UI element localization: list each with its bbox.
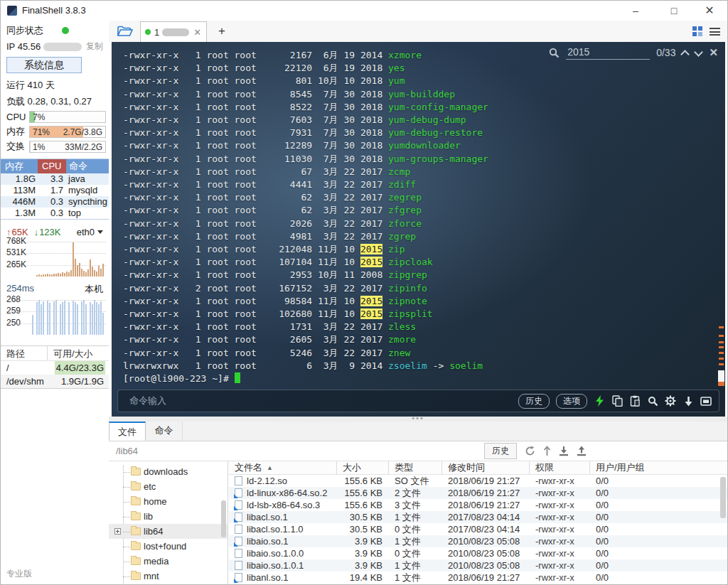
tree-item-downloads[interactable]: downloads xyxy=(109,464,228,479)
new-tab-button[interactable]: + xyxy=(214,23,230,40)
refresh-button[interactable] xyxy=(525,446,535,456)
axis-tick-label: 768K xyxy=(6,236,26,246)
bar xyxy=(38,274,40,277)
tree-item-etc[interactable]: etc xyxy=(109,479,228,494)
file-row[interactable]: libanl.so.119.4 KB1 文件2018/06/19 21:27-r… xyxy=(229,571,727,584)
tab-commands[interactable]: 命令 xyxy=(146,422,183,441)
memory-label: 内存 xyxy=(6,125,29,138)
terminal-scrollbar-thumb[interactable] xyxy=(718,370,724,386)
tab-close-icon[interactable]: ✕ xyxy=(193,27,201,38)
process-table-header[interactable]: 内存 CPU 命令 xyxy=(1,159,109,173)
file-user-cell: 0/0 xyxy=(590,523,727,535)
terminal-line: -rwxr-xr-x 1 root root 7603 7月 30 2018 y… xyxy=(123,114,488,127)
open-connections-button[interactable] xyxy=(114,23,136,40)
terminal-search-button[interactable] xyxy=(647,395,658,407)
column-header-size[interactable]: 大小 xyxy=(337,461,389,474)
file-row[interactable]: libacl.so.130.5 KB1 文件2017/08/23 04:14-r… xyxy=(229,511,727,523)
tab-number: 1 xyxy=(154,27,159,38)
close-search-icon[interactable]: ✕ xyxy=(709,46,718,59)
process-row[interactable]: 446M0.3syncthing xyxy=(1,196,109,208)
maximize-button[interactable]: □ xyxy=(662,2,686,19)
bar xyxy=(55,300,57,335)
terminal-panel[interactable]: -rwxr-xr-x 1 root root 2167 6月 19 2014 x… xyxy=(112,42,725,417)
arrow-down-icon xyxy=(684,396,693,407)
parent-directory-button[interactable] xyxy=(543,446,551,456)
load-average-label: 负载 0.28, 0.31, 0.27 xyxy=(6,95,103,108)
file-row[interactable]: ld-2.12.so155.6 KBSO 文件2018/06/19 21:27-… xyxy=(229,475,727,487)
scroll-down-button[interactable] xyxy=(682,395,694,407)
settings-button[interactable] xyxy=(665,395,676,407)
interface-selector[interactable]: eth0 xyxy=(77,227,103,237)
file-row[interactable]: ld-linux-x86-64.so.2155.6 KB2 文件2018/06/… xyxy=(229,487,727,499)
tab-files[interactable]: 文件 xyxy=(109,422,146,441)
process-row[interactable]: 1.3M0.3top xyxy=(1,208,109,219)
process-row[interactable]: 1.8G3.3java xyxy=(1,173,109,185)
terminal-tab[interactable]: 1 ✕ xyxy=(140,21,207,42)
column-header-perms[interactable]: 权限 xyxy=(530,461,590,474)
quick-command-button[interactable] xyxy=(594,395,605,407)
axis-tick-label: 250 xyxy=(6,318,21,328)
close-button[interactable]: ✕ xyxy=(697,2,722,19)
file-name-cell: ld-2.12.so xyxy=(229,475,337,487)
column-header-type[interactable]: 类型 xyxy=(389,461,442,474)
file-row[interactable]: libaio.so.1.0.13.9 KB1 文件2010/08/23 05:0… xyxy=(229,559,727,571)
tree-item-home[interactable]: home xyxy=(109,494,228,509)
minimize-button[interactable]: – xyxy=(623,2,648,19)
column-header-mtime[interactable]: 修改时间 xyxy=(442,461,530,474)
paste-button[interactable] xyxy=(629,395,641,407)
disk-row[interactable]: /4.4G/23.3G xyxy=(1,361,109,375)
file-table-header: 文件名▲ 大小 类型 修改时间 权限 用户/用户组 xyxy=(229,461,727,475)
search-input[interactable]: 2015 xyxy=(566,45,650,60)
download-button[interactable] xyxy=(559,446,569,456)
copy-ip-link[interactable]: 复制 xyxy=(86,41,103,53)
disk-usage: 4.4G/23.3G xyxy=(55,361,105,375)
tree-item-media[interactable]: media xyxy=(109,554,228,569)
system-info-button[interactable]: 系统信息 xyxy=(6,57,82,73)
file-table-scrollbar-thumb[interactable] xyxy=(720,477,726,518)
column-header-filename[interactable]: 文件名▲ xyxy=(229,461,337,474)
process-header-cmd[interactable]: 命令 xyxy=(66,159,109,173)
column-header-user[interactable]: 用户/用户组 xyxy=(590,461,727,474)
file-name-cell: libaio.so.1.0.1 xyxy=(229,559,337,571)
tree-item-lost+found[interactable]: lost+found xyxy=(109,539,228,554)
tree-item[interactable] xyxy=(109,584,228,584)
command-input-bar[interactable]: 命令输入 历史 选项 xyxy=(117,390,719,412)
current-path[interactable]: /lib64 xyxy=(116,446,138,456)
file-type-cell: 0 文件 xyxy=(389,523,442,535)
file-browser: downloadsetchomeliblib64lost+foundmediam… xyxy=(109,461,727,584)
ping-host-label[interactable]: 本机 xyxy=(85,283,103,296)
process-header-mem[interactable]: 内存 xyxy=(1,159,38,173)
menu-icon[interactable] xyxy=(710,28,720,36)
options-button[interactable]: 选项 xyxy=(556,394,587,409)
file-row[interactable]: libacl.so.1.1.030.5 KB0 文件2017/08/23 04:… xyxy=(229,523,727,535)
symlink-file-icon xyxy=(235,500,242,510)
process-header-cpu[interactable]: CPU xyxy=(38,159,66,173)
file-row[interactable]: libaio.so.13.9 KB1 文件2010/08/23 05:08-rw… xyxy=(229,535,727,547)
tree-item-lib64[interactable]: lib64 xyxy=(109,524,228,539)
fullscreen-button[interactable] xyxy=(700,395,712,407)
upload-button[interactable] xyxy=(577,446,587,456)
open-folder-icon xyxy=(117,26,133,37)
file-mtime-cell: 2010/08/23 05:08 xyxy=(442,535,530,547)
next-match-icon[interactable] xyxy=(695,49,702,56)
previous-match-icon[interactable] xyxy=(682,49,689,56)
expand-icon[interactable] xyxy=(114,528,121,535)
copy-button[interactable] xyxy=(611,395,623,407)
file-row[interactable]: libaio.so.1.0.03.9 KB0 文件2010/08/23 05:0… xyxy=(229,547,727,559)
bar xyxy=(64,273,65,277)
history-button[interactable]: 历史 xyxy=(518,394,550,409)
file-row[interactable]: ld-lsb-x86-64.so.3155.6 KB3 文件2018/06/19… xyxy=(229,499,727,511)
tree-item-lib[interactable]: lib xyxy=(109,509,228,524)
disk-row[interactable]: /dev/shm1.9G/1.9G xyxy=(1,375,109,388)
layout-grid-icon[interactable] xyxy=(692,26,702,36)
path-history-button[interactable]: 历史 xyxy=(484,443,517,459)
process-row[interactable]: 113M1.7mysqld xyxy=(1,185,109,196)
command-input[interactable]: 命令输入 xyxy=(129,395,166,407)
match-marker xyxy=(719,346,724,348)
tree-item-mnt[interactable]: mnt xyxy=(109,569,228,584)
app-logo-icon xyxy=(7,6,17,16)
disk-table-body: /4.4G/23.3G/dev/shm1.9G/1.9G xyxy=(1,361,109,388)
panel-resize-handle[interactable]: ••• xyxy=(109,417,727,422)
tree-scrollbar-thumb[interactable] xyxy=(221,500,226,537)
bar xyxy=(47,301,48,335)
